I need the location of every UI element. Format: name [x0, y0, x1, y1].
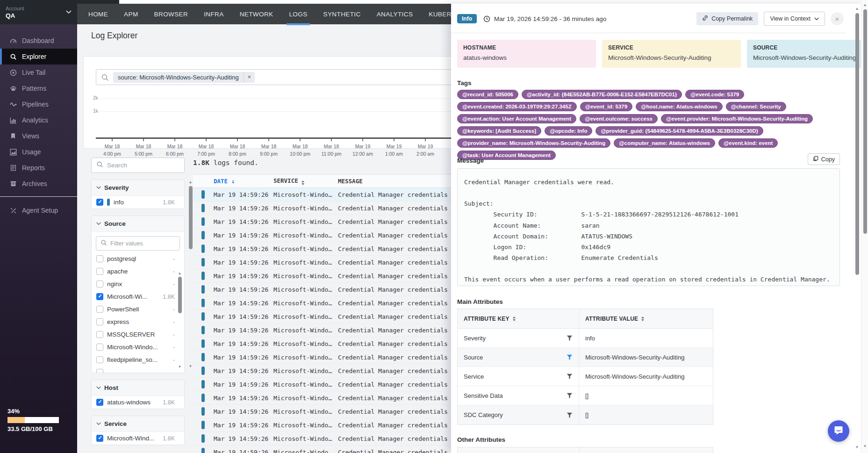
log-table-row[interactable]: Mar 19 14:59:26Microsoft-Windo…Credentia… — [193, 378, 455, 391]
facet-search-input[interactable] — [107, 162, 179, 169]
facet-option[interactable]: atatus-windows1.8K — [92, 396, 184, 409]
tag-badge[interactable]: @event.action: User Account Management — [457, 114, 576, 123]
scroll-down-icon[interactable]: ▼ — [854, 445, 860, 450]
source-section-header[interactable]: Source — [92, 216, 184, 232]
scrollbar-thumb[interactable] — [178, 277, 182, 313]
source-list-scrollbar[interactable]: ▲ ▼ — [177, 271, 183, 369]
facet-search[interactable] — [91, 158, 185, 173]
log-table-row[interactable]: Mar 19 14:59:26Microsoft-Windo…Credentia… — [193, 310, 455, 324]
sidebar-item-agent-setup[interactable]: Agent Setup — [0, 202, 77, 218]
log-table-row[interactable]: Mar 19 14:59:26Microsoft-Windo…Credentia… — [193, 229, 455, 242]
tag-badge[interactable]: @opcode: Info — [545, 126, 592, 136]
log-table-row[interactable]: Mar 19 14:59:26Microsoft-Windo…Credentia… — [193, 215, 455, 229]
scroll-up-icon[interactable]: ▲ — [862, 3, 868, 7]
facet-option[interactable]: express- — [92, 316, 184, 328]
sidebar-item-patterns[interactable]: Patterns — [0, 80, 77, 96]
facet-option[interactable]: info1.8K — [92, 196, 184, 209]
sidebar-item-pipelines[interactable]: Pipelines — [0, 96, 77, 112]
facet-option[interactable]: Microsoft-Wi...1.8K — [92, 290, 184, 303]
log-table-row[interactable]: Mar 19 14:59:26Microsoft-Windo…Credentia… — [193, 418, 455, 432]
log-table-row[interactable]: Mar 19 14:59:26Microsoft-Windo…Credentia… — [193, 405, 455, 418]
tag-badge[interactable]: @event_id: 5379 — [580, 102, 632, 111]
log-table-row[interactable]: Mar 19 14:59:26Microsoft-Windo…Credentia… — [193, 391, 455, 405]
log-table-row[interactable]: Mar 19 14:59:26Microsoft-Windo…Credentia… — [193, 432, 455, 446]
log-table-row[interactable]: Mar 19 14:59:26Microsoft-Windo…Credentia… — [193, 242, 455, 256]
scrollbar-thumb[interactable] — [863, 9, 867, 234]
scroll-up-icon[interactable]: ▲ — [854, 7, 860, 11]
log-table-row[interactable]: Mar 19 14:59:26Microsoft-Windo…Credentia… — [193, 364, 455, 378]
log-table-row[interactable]: Mar 19 14:59:26Microsoft-Windo…Credentia… — [193, 201, 455, 215]
facet-option[interactable]: Microsoft-Windo...- — [92, 341, 184, 353]
tag-badge[interactable]: @record_id: 505006 — [457, 90, 518, 99]
nav-item-home[interactable]: HOME — [80, 4, 116, 24]
scroll-up-icon[interactable]: ▲ — [177, 271, 183, 276]
filter-icon[interactable] — [567, 393, 573, 398]
attribute-key-header[interactable]: ATTRIBUTE KEY — [458, 309, 579, 328]
account-switcher[interactable]: Account QA — [0, 0, 77, 24]
nav-item-network[interactable]: NETWORK — [232, 4, 281, 24]
log-table-row[interactable]: Mar 19 14:59:26Microsoft-Windo…Credentia… — [193, 283, 455, 296]
sidebar-item-live-tail[interactable]: Live Tail — [0, 65, 77, 80]
source-filter-input[interactable] — [110, 240, 175, 247]
checkbox-unchecked[interactable] — [96, 356, 103, 363]
facet-option[interactable]: fixedpipeline_so...- — [92, 353, 184, 366]
copy-permalink-button[interactable]: Copy Permalink — [696, 12, 758, 25]
checkbox-unchecked[interactable] — [96, 268, 103, 275]
facet-option[interactable]: apache- — [92, 265, 184, 278]
nav-item-apm[interactable]: APM — [116, 4, 146, 24]
checkbox-checked[interactable] — [96, 435, 103, 442]
chip-remove-button[interactable]: × — [244, 72, 255, 83]
tag-badge[interactable]: @provider_guid: {54849625-5478-4994-A5BA… — [595, 126, 763, 136]
log-table-row[interactable]: Mar 19 14:59:26Microsoft-Windo…Credentia… — [193, 269, 455, 283]
filter-icon[interactable] — [567, 354, 573, 360]
tag-badge[interactable]: @host.name: Atatus-windows — [636, 102, 723, 111]
log-table-row[interactable]: Mar 19 14:59:26Microsoft-Windo…Credentia… — [193, 351, 455, 364]
checkbox-checked[interactable] — [96, 293, 103, 300]
scroll-down-icon[interactable]: ▼ — [862, 444, 868, 449]
page-scrollbar[interactable]: ▲ ▼ — [861, 0, 868, 453]
view-in-context-button[interactable]: View in Context — [764, 12, 825, 26]
tag-badge[interactable]: @provider_name: Microsoft-Windows-Securi… — [457, 138, 610, 148]
search-filter-chip[interactable]: source: Microsoft-Windows-Security-Audit… — [113, 72, 255, 83]
checkbox-unchecked[interactable] — [96, 331, 103, 338]
log-table-row[interactable]: Mar 19 14:59:26Microsoft-Windo…Credentia… — [193, 188, 455, 201]
log-table-row[interactable]: Mar 19 14:59:26Microsoft-Windo…Credentia… — [193, 296, 455, 310]
facet-option[interactable]: Microsoft-Wind...1.8K — [92, 432, 184, 445]
sidebar-item-archives[interactable]: Archives — [0, 176, 77, 192]
checkbox-unchecked[interactable] — [96, 369, 103, 373]
checkbox-unchecked[interactable] — [96, 306, 103, 313]
tag-badge[interactable]: @event.created: 2026-03-19T09:29:27.345Z — [457, 102, 577, 111]
nav-item-infra[interactable]: INFRA — [196, 4, 232, 24]
sidebar-item-views[interactable]: Views — [0, 128, 77, 144]
nav-item-logs[interactable]: LOGS — [281, 4, 315, 24]
log-table-row[interactable]: Mar 19 14:59:26Microsoft-Windo…Credentia… — [193, 324, 455, 337]
checkbox-checked[interactable] — [96, 199, 103, 206]
sidebar-item-usage[interactable]: Usage — [0, 144, 77, 160]
tag-badge[interactable]: @computer_name: Atatus-windows — [614, 138, 715, 148]
tag-badge[interactable]: @keywords: [Audit Success] — [457, 126, 541, 136]
nav-item-analytics[interactable]: ANALYTICS — [369, 4, 421, 24]
tag-badge[interactable]: @channel: Security — [726, 102, 786, 111]
tag-badge[interactable]: @event.code: 5379 — [685, 90, 744, 99]
tag-badge[interactable]: @activity_id: {84E552AB-B77E-0006-E152-E… — [522, 90, 682, 99]
filter-icon[interactable] — [567, 374, 573, 379]
close-panel-button[interactable]: × — [831, 12, 844, 25]
checkbox-checked[interactable] — [96, 399, 103, 406]
severity-section-header[interactable]: Severity — [92, 180, 184, 196]
tag-badge[interactable]: @event.outcome: success — [580, 114, 658, 123]
sidebar-item-explorer[interactable]: Explorer — [0, 49, 77, 65]
service-column-header[interactable]: SERVICE — [273, 177, 338, 185]
attribute-value-header[interactable]: ATTRIBUTE VALUE — [579, 309, 713, 328]
nav-item-browser[interactable]: BROWSER — [146, 4, 196, 24]
checkbox-unchecked[interactable] — [96, 318, 103, 325]
filter-icon[interactable] — [567, 335, 573, 341]
tag-badge[interactable]: @event.provider: Microsoft-Windows-Secur… — [661, 114, 813, 123]
copy-message-button[interactable]: Copy — [808, 153, 840, 165]
tag-badge[interactable]: @event.kind: event — [718, 138, 778, 148]
facet-option[interactable]: postgresql- — [92, 252, 184, 265]
panel-scrollbar[interactable]: ▲ ▼ — [854, 6, 860, 451]
chat-button[interactable] — [828, 420, 849, 442]
service-section-header[interactable]: Service — [92, 416, 184, 432]
checkbox-unchecked[interactable] — [96, 280, 103, 288]
facet-option[interactable]: MSSQLSERVER- — [92, 328, 184, 341]
